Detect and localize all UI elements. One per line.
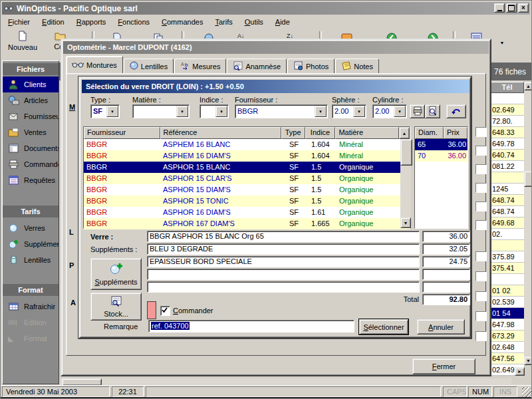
statusbar: Vendredi 30 Mai 2003 22:31 CAPS NUM INS	[1, 385, 532, 398]
sidebar-item-clients[interactable]: Clients	[3, 76, 59, 92]
tab-notes[interactable]: Notes	[335, 59, 379, 74]
verre-row[interactable]: BBGRASPHOR 15 DIAM'SSF1.5Organique	[84, 184, 410, 196]
maximize-button[interactable]	[506, 3, 517, 13]
menu-fonctions[interactable]: Fonctions	[112, 17, 156, 27]
fournisseur-combo[interactable]: BBGR▼	[235, 104, 328, 118]
minimize-button[interactable]	[494, 3, 505, 13]
verre-row[interactable]: BBGRASPHOR 15 TONICSF1.5Organique	[84, 196, 410, 207]
annuler-button[interactable]: Annuler	[417, 319, 465, 334]
close-button[interactable]: ×	[518, 3, 529, 13]
stock-button[interactable]: Stock...	[90, 293, 142, 321]
sidebar-item-articles[interactable]: Articles	[3, 92, 59, 108]
verre-row-selected[interactable]: BBGRASPHOR 15 BLANCSF1.5Organique	[84, 162, 410, 173]
menu-commandes[interactable]: Commandes	[156, 17, 209, 27]
toolbar-nouveau-button[interactable]: Nouveau	[5, 31, 41, 59]
undo-button[interactable]	[446, 104, 466, 118]
matiere-label: Matière :	[132, 96, 161, 104]
diam-row[interactable]: 70 36.00	[415, 150, 467, 162]
lens-icon	[130, 61, 138, 71]
supplement-line-field[interactable]	[147, 269, 420, 280]
verre-row[interactable]: BBGRASPHOR 16 DIAM'SSF1.61Organique	[84, 207, 410, 218]
main-hscrollbar[interactable]	[59, 378, 511, 384]
sphere-combo[interactable]: 2.00▼	[332, 104, 366, 118]
tab-mesures[interactable]: Ab Mesures	[174, 59, 226, 74]
diam-row-selected[interactable]: 65 36.00	[415, 139, 467, 150]
tel-column-header[interactable]: Tél	[490, 82, 524, 93]
printer-icon	[412, 106, 423, 117]
chevron-down-icon[interactable]: ▼	[176, 106, 188, 117]
matiere-combo[interactable]: ▼	[132, 104, 190, 118]
annuler-label: Annuler	[428, 323, 454, 331]
scroll-up-button[interactable]: ▲	[524, 82, 532, 90]
chevron-down-icon[interactable]: ▼	[353, 106, 365, 117]
selectionner-button[interactable]: Sélectionner	[359, 319, 408, 334]
sidebar-item-documents[interactable]: Documents	[3, 140, 59, 156]
verre-row[interactable]: BBGRASPHOR 167 DIAM'SSF1.665Organique	[84, 218, 410, 229]
verre-row[interactable]: BBGRASPHOR 15 CLAR'SSF1.5Organique	[84, 173, 410, 184]
column-header-fournisseur[interactable]: Fournisseur	[84, 127, 160, 139]
verre-row[interactable]: BBGRASPHEM 16 BLANCSF1.604Minéral	[84, 139, 410, 150]
print-button[interactable]	[410, 104, 425, 118]
remarque-selected-text: ref. 043700	[151, 322, 190, 330]
supplements-button[interactable]: Suppléments	[90, 258, 142, 290]
verre-table-vscrollbar[interactable]: ▼	[400, 139, 411, 228]
tab-lentilles[interactable]: Lentilles	[124, 59, 174, 74]
sidebar-item-label: Commandes	[24, 160, 59, 168]
supplement-line-field[interactable]	[147, 281, 420, 293]
menu-rapports[interactable]: Rapports	[70, 17, 112, 27]
verre-table: Fournisseur Référence Type Indice Matièr…	[83, 126, 410, 229]
resize-grip[interactable]	[522, 387, 532, 397]
sidebar-item-lentilles[interactable]: Lentilles	[3, 252, 59, 268]
column-header-diam[interactable]: Diam.	[415, 127, 444, 139]
sidebar-item-verres[interactable]: Verres	[3, 220, 59, 236]
app-icon	[4, 4, 13, 12]
remarque-input[interactable]: ref. 043700	[148, 320, 354, 332]
chevron-down-icon[interactable]: ▼	[215, 106, 227, 117]
type-combo[interactable]: SF▼	[90, 104, 120, 118]
status-caps: CAPS	[443, 386, 467, 397]
menu-edition[interactable]: Edition	[36, 17, 70, 27]
menu-tarifs[interactable]: Tarifs	[209, 17, 238, 27]
supplement-line-field[interactable]: BLEU 3 DEGRADE	[147, 243, 420, 255]
scroll-up-button[interactable]: ▲	[399, 127, 410, 139]
sidebar-item-requetes[interactable]: Requêtes	[3, 172, 59, 188]
scroll-down-button[interactable]: ▼	[400, 217, 411, 228]
menu-outils[interactable]: Outils	[239, 17, 269, 27]
sidebar-item-supplements[interactable]: Suppléments	[3, 236, 59, 252]
tab-photos[interactable]: Photos	[287, 59, 334, 74]
lentilles-icon	[8, 255, 19, 265]
sidebar-item-label: Ventes	[24, 128, 47, 136]
tab-anamnese[interactable]: Anamnèse	[227, 59, 287, 74]
chevron-down-icon[interactable]: ▼	[394, 106, 406, 117]
indice-combo[interactable]: ▼	[200, 104, 229, 118]
sidebar-item-ventes[interactable]: Ventes	[3, 124, 59, 140]
supplement-line-field[interactable]: EPAISSEUR BORD SPECIALE	[147, 256, 420, 267]
toolbar-dropdown-arrow[interactable]: ▼	[497, 38, 507, 49]
menu-aide[interactable]: Aide	[269, 17, 296, 27]
window-titlebar: WinOptics - Pacific Optique sarl ×	[2, 2, 530, 15]
scrollbar-thumb[interactable]	[524, 171, 532, 187]
column-header-indice[interactable]: Indice	[305, 127, 336, 139]
sidebar-item-commandes[interactable]: Commandes	[3, 156, 59, 172]
column-header-reference[interactable]: Référence	[160, 127, 281, 139]
column-header-type[interactable]: Type	[281, 127, 305, 139]
menu-fichier[interactable]: Fichier	[2, 17, 36, 27]
sidebar-item-rafraichir[interactable]: Rafraichir	[3, 299, 59, 315]
column-header-matiere[interactable]: Matière	[335, 127, 399, 139]
clients-vscrollbar[interactable]: ▲ ▼	[524, 82, 532, 365]
verre-line-field[interactable]: BBGR ASPHOR 15 BLANC Org 65	[147, 231, 420, 242]
tab-montures[interactable]: Montures	[66, 56, 123, 74]
commander-checkbox[interactable]	[160, 306, 170, 316]
scroll-down-button[interactable]: ▼	[524, 356, 532, 365]
commander-label[interactable]: Commander	[173, 307, 213, 315]
chevron-down-icon[interactable]: ▼	[315, 106, 327, 117]
scrollbar-thumb[interactable]	[400, 139, 412, 166]
scroll-right-button[interactable]: ►	[515, 367, 525, 376]
verre-row[interactable]: BBGRASPHEM 16 DIAM'SSF1.604Minéral	[84, 150, 410, 162]
preview-button[interactable]	[425, 104, 440, 118]
chevron-down-icon[interactable]: ▼	[106, 106, 118, 117]
column-header-prix[interactable]: Prix	[444, 127, 467, 139]
cylindre-combo[interactable]: 2.00▼	[372, 104, 407, 118]
fermer-button[interactable]: Fermer	[412, 358, 475, 374]
sidebar-item-fournisseurs[interactable]: Fournisseurs	[3, 108, 59, 124]
